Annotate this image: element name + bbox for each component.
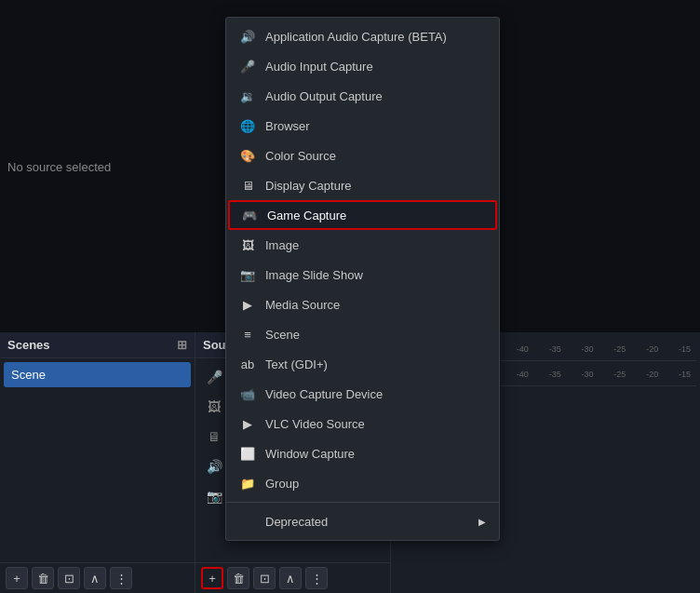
preview-area: No source selected 🔊Application Audio Ca… bbox=[0, 0, 700, 332]
menu-label-image-slide-show: Image Slide Show bbox=[265, 268, 486, 282]
audio-meter-2-labels: -45-40-35-30-25-20-15 bbox=[482, 370, 693, 379]
menu-item-deprecated[interactable]: Deprecated▶ bbox=[226, 506, 499, 536]
scenes-toolbar: + 🗑 ⊡ ∧ ⋮ bbox=[0, 562, 195, 593]
menu-label-game-capture: Game Capture bbox=[267, 209, 484, 222]
menu-label-audio-input: Audio Input Capture bbox=[265, 60, 486, 74]
menu-icon-game-capture: 🎮 bbox=[241, 207, 258, 223]
menu-icon-image-slide-show: 📷 bbox=[239, 266, 256, 283]
copy-scene-button[interactable]: ⊡ bbox=[58, 567, 80, 589]
menu-item-display-capture[interactable]: 🖥Display Capture bbox=[226, 170, 499, 200]
menu-item-audio-output[interactable]: 🔉Audio Output Capture bbox=[226, 81, 499, 111]
menu-icon-text-gdi: ab bbox=[239, 356, 256, 372]
copy-source-button[interactable]: ⊡ bbox=[253, 567, 276, 589]
menu-icon-image: 🖼 bbox=[239, 236, 256, 253]
menu-label-video-capture: Video Capture Device bbox=[265, 387, 486, 401]
menu-label-browser: Browser bbox=[265, 119, 486, 133]
menu-icon-vlc-video: ▶ bbox=[239, 415, 256, 432]
scenes-panel-header: Scenes ⊞ bbox=[0, 332, 195, 358]
source-icon-audio: 🔊 bbox=[203, 455, 225, 478]
audio-meter-1-labels: -45-40-35-30-25-20-15 bbox=[482, 344, 693, 354]
more-sources-button[interactable]: ⋮ bbox=[305, 567, 328, 589]
main-area: No source selected 🔊Application Audio Ca… bbox=[0, 0, 700, 593]
menu-icon-browser: 🌐 bbox=[239, 117, 256, 134]
add-scene-button[interactable]: + bbox=[6, 567, 28, 589]
menu-icon-scene: ≡ bbox=[239, 326, 256, 343]
menu-item-video-capture[interactable]: 📹Video Capture Device bbox=[226, 379, 499, 409]
menu-label-scene: Scene bbox=[265, 328, 486, 342]
remove-source-button[interactable]: 🗑 bbox=[227, 567, 249, 589]
menu-item-scene[interactable]: ≡Scene bbox=[226, 319, 499, 349]
add-source-button[interactable]: + bbox=[201, 567, 223, 589]
source-icon-image: 🖼 bbox=[203, 396, 225, 418]
menu-icon-video-capture: 📹 bbox=[239, 385, 256, 402]
menu-item-audio-input[interactable]: 🎤Audio Input Capture bbox=[226, 51, 499, 81]
menu-label-vlc-video: VLC Video Source bbox=[265, 417, 486, 431]
menu-label-window-capture: Window Capture bbox=[265, 447, 486, 461]
more-scenes-button[interactable]: ⋮ bbox=[110, 567, 132, 589]
menu-item-game-capture[interactable]: 🎮Game Capture bbox=[228, 200, 497, 230]
menu-label-text-gdi: Text (GDI+) bbox=[265, 357, 486, 371]
menu-label-image: Image bbox=[265, 238, 486, 252]
menu-label-display-capture: Display Capture bbox=[265, 179, 486, 193]
menu-item-image-slide-show[interactable]: 📷Image Slide Show bbox=[226, 260, 499, 290]
remove-scene-button[interactable]: 🗑 bbox=[32, 567, 54, 589]
menu-divider bbox=[226, 502, 499, 503]
menu-icon-group: 📁 bbox=[239, 475, 256, 492]
menu-item-app-audio[interactable]: 🔊Application Audio Capture (BETA) bbox=[226, 21, 499, 51]
menu-item-group[interactable]: 📁Group bbox=[226, 468, 499, 498]
sources-toolbar: + 🗑 ⊡ ∧ ⋮ bbox=[195, 562, 390, 593]
scenes-panel: Scenes ⊞ Scene + 🗑 ⊡ ∧ ⋮ bbox=[0, 332, 195, 593]
scenes-panel-title: Scenes bbox=[7, 338, 50, 352]
menu-item-browser[interactable]: 🌐Browser bbox=[226, 111, 499, 141]
menu-icon-media-source: ▶ bbox=[239, 296, 256, 313]
menu-label-audio-output: Audio Output Capture bbox=[265, 89, 486, 103]
menu-item-text-gdi[interactable]: abText (GDI+) bbox=[226, 349, 499, 379]
context-menu: 🔊Application Audio Capture (BETA)🎤Audio … bbox=[225, 17, 500, 541]
menu-icon-window-capture: ⬜ bbox=[239, 445, 256, 462]
move-source-up-button[interactable]: ∧ bbox=[279, 567, 302, 589]
menu-item-window-capture[interactable]: ⬜Window Capture bbox=[226, 438, 499, 468]
menu-item-media-source[interactable]: ▶Media Source bbox=[226, 290, 499, 319]
scene-item[interactable]: Scene bbox=[4, 362, 191, 387]
menu-label-app-audio: Application Audio Capture (BETA) bbox=[265, 30, 486, 44]
scenes-panel-icon[interactable]: ⊞ bbox=[177, 338, 187, 352]
source-icon-camera: 📷 bbox=[203, 485, 225, 507]
menu-icon-deprecated bbox=[239, 513, 256, 530]
scene-list: Scene bbox=[0, 358, 195, 562]
no-source-label: No source selected bbox=[7, 159, 111, 173]
sources-panel-title: Sou bbox=[203, 338, 226, 352]
menu-label-color-source: Color Source bbox=[265, 149, 486, 163]
source-icon-mic: 🎤 bbox=[203, 366, 225, 388]
menu-item-image[interactable]: 🖼Image bbox=[226, 230, 499, 260]
menu-icon-color-source: 🎨 bbox=[239, 147, 256, 164]
menu-label-media-source: Media Source bbox=[265, 298, 486, 312]
menu-item-color-source[interactable]: 🎨Color Source bbox=[226, 141, 499, 170]
source-icon-display: 🖥 bbox=[203, 425, 225, 448]
menu-label-deprecated: Deprecated bbox=[265, 515, 469, 529]
move-up-button[interactable]: ∧ bbox=[84, 567, 106, 589]
menu-icon-app-audio: 🔊 bbox=[239, 28, 256, 45]
menu-icon-audio-output: 🔉 bbox=[239, 88, 256, 104]
menu-item-vlc-video[interactable]: ▶VLC Video Source bbox=[226, 409, 499, 438]
menu-icon-audio-input: 🎤 bbox=[239, 58, 256, 74]
menu-arrow-deprecated: ▶ bbox=[478, 517, 486, 527]
menu-icon-display-capture: 🖥 bbox=[239, 177, 256, 194]
menu-label-group: Group bbox=[265, 477, 486, 491]
